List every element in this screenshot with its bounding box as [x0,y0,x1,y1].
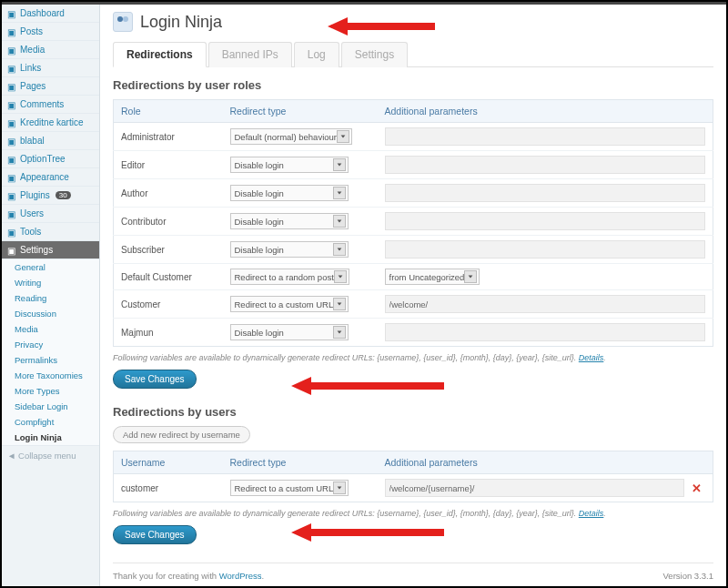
redirect-type-select[interactable]: Redirect to a custom URL [230,480,349,496]
sidebar-item-links[interactable]: ▣Links [2,59,99,77]
redirect-type-select[interactable]: Disable login [230,241,349,258]
comment-icon: ▣ [7,100,16,109]
role-cell: Editor [114,151,223,179]
table-row: CustomerRedirect to a custom URL [114,290,713,319]
sidebar-item-tools[interactable]: ▣Tools [2,223,99,241]
plugin-icon: ▣ [7,191,16,200]
sidebar-item-pages[interactable]: ▣Pages [2,77,99,96]
svg-marker-12 [291,523,444,542]
sidebar-item-label: Comments [20,99,64,109]
media-icon: ▣ [7,46,16,55]
redirect-type-select[interactable]: Redirect to a random post [230,269,349,285]
sidebar-item-posts[interactable]: ▣Posts [2,23,99,41]
tab-banned-ips[interactable]: Banned IPs [208,42,292,67]
sidebar-subitem-login-ninja[interactable]: Login Ninja [2,430,99,445]
redirect-type-select[interactable]: Disable login [230,157,349,173]
delete-row-button[interactable]: ✕ [688,482,705,495]
sidebar-item-label: OptionTree [20,154,66,164]
sidebar-item-appearance[interactable]: ▣Appearance [2,168,99,187]
footer-wordpress-link[interactable]: WordPress [219,571,262,581]
param-input[interactable] [385,184,706,202]
param-input[interactable] [385,323,706,341]
sidebar-subitem-compfight[interactable]: Compfight [2,414,99,430]
param-input[interactable] [385,127,706,146]
redirect-type-select[interactable]: Redirect to a custom URL [230,296,349,312]
redirect-type-select[interactable]: Default (normal) behaviour [230,128,352,145]
tree-icon: ▣ [7,155,16,164]
sidebar-subitem-media[interactable]: Media [2,321,99,337]
svg-marker-3 [337,191,341,194]
generic-icon: ▣ [7,137,16,146]
sidebar-item-dashboard[interactable]: ▣Dashboard [2,5,99,23]
redirect-type-select[interactable]: Disable login [230,324,349,340]
table-row: EditorDisable login [114,151,713,179]
param-input[interactable] [385,479,685,497]
tab-log[interactable]: Log [294,42,339,67]
sidebar-subitem-general[interactable]: General [2,259,99,275]
sidebar-item-optiontree[interactable]: ▣OptionTree [2,150,99,168]
svg-marker-7 [469,275,473,278]
hint-details-link[interactable]: Details [579,509,604,518]
sidebar-subitem-permalinks[interactable]: Permalinks [2,352,99,368]
hint-details-link[interactable]: Details [579,353,604,362]
sidebar-item-label: Tools [20,227,41,237]
sidebar-subitem-more-taxonomies[interactable]: More Taxonomies [2,368,99,383]
appearance-icon: ▣ [7,173,16,182]
sidebar-item-label: Links [20,63,41,73]
tab-settings[interactable]: Settings [341,42,408,67]
col-type: Redirect type [223,451,378,474]
plugin-icon [113,12,133,32]
param-input[interactable] [385,156,706,174]
param-input[interactable] [385,240,706,259]
tools-icon: ▣ [7,228,16,237]
annotation-arrow [291,521,446,544]
sidebar-item-label: blabal [20,136,45,146]
chevron-down-icon [333,482,346,494]
sidebar-subitem-sidebar-login[interactable]: Sidebar Login [2,399,99,414]
col-type: Redirect type [223,100,378,123]
settings-icon: ▣ [7,246,16,255]
col-role: Role [114,100,223,123]
sidebar-subitem-discussion[interactable]: Discussion [2,306,99,321]
sidebar-subitem-writing[interactable]: Writing [2,275,99,290]
role-cell: Customer [114,290,223,319]
chevron-down-icon [333,158,346,171]
redirect-type-select[interactable]: Disable login [230,213,349,229]
svg-marker-4 [337,219,341,222]
svg-marker-8 [338,302,342,305]
redirect-type-select[interactable]: Disable login [230,185,349,201]
svg-marker-11 [338,486,342,489]
page-title-row: Login Ninja [113,12,713,32]
svg-marker-5 [337,248,341,250]
param-input[interactable] [385,295,706,313]
roles-hint: Following variables are available to dyn… [113,353,713,362]
sidebar-item-blabal[interactable]: ▣blabal [2,132,99,150]
sidebar-item-comments[interactable]: ▣Comments [2,96,99,114]
sidebar-item-users[interactable]: ▣Users [2,205,99,223]
sidebar-item-plugins[interactable]: ▣Plugins30 [2,187,99,205]
collapse-menu[interactable]: ◄ Collapse menu [2,445,99,465]
table-row: AdministratorDefault (normal) behaviour [114,123,713,151]
sidebar-item-label: Dashboard [20,8,65,18]
roles-table: Role Redirect type Additional parameters… [113,99,713,347]
save-users-button[interactable]: Save Changes [113,525,197,544]
col-params: Additional parameters [378,451,713,474]
sidebar-item-label: Media [20,45,45,55]
param-input[interactable] [385,212,706,230]
tab-redirections[interactable]: Redirections [113,42,207,67]
table-row: SubscriberDisable login [114,236,713,264]
sidebar-subitem-reading[interactable]: Reading [2,290,99,306]
sidebar-subitem-more-types[interactable]: More Types [2,383,99,399]
hint-text: Following variables are available to dyn… [113,509,579,518]
add-user-redirect-button[interactable]: Add new redirect by username [113,426,250,443]
sidebar-subitem-privacy[interactable]: Privacy [2,337,99,352]
home-icon: ▣ [7,9,16,18]
page-title: Login Ninja [140,13,222,32]
col-username: Username [114,451,223,474]
param-select[interactable]: from Uncategorized [385,269,480,285]
sidebar-item-kreditne-kartice[interactable]: ▣Kreditne kartice [2,114,99,132]
sidebar-item-settings[interactable]: ▣Settings [2,241,99,259]
chevron-down-icon [464,270,477,283]
save-roles-button[interactable]: Save Changes [113,370,197,389]
sidebar-item-media[interactable]: ▣Media [2,41,99,59]
